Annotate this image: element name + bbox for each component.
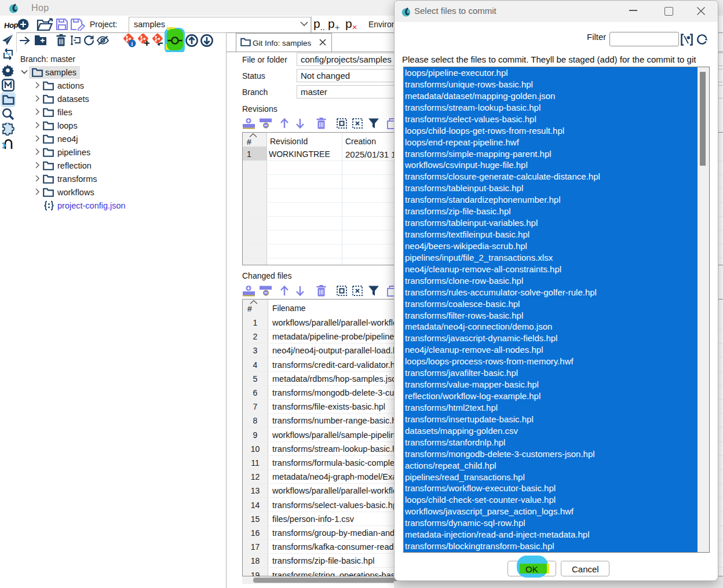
svg-text:i: i xyxy=(132,41,133,47)
